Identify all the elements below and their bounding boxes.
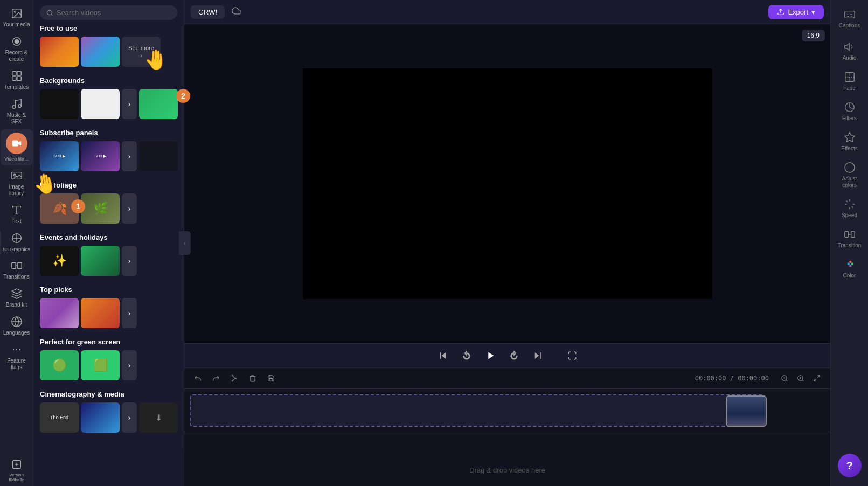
sidebar-item-your-media[interactable]: Your media [1,4,33,31]
backgrounds-arrow[interactable]: › [122,89,137,119]
events-arrow[interactable]: › [122,246,137,276]
svg-line-30 [814,379,816,381]
sidebar-label-languages: Languages [3,330,30,336]
cloud-save-btn[interactable] [229,3,244,20]
thumb-sub-3[interactable] [139,141,178,171]
sidebar-item-transitions[interactable]: Transitions [1,256,33,283]
sidebar-item-video-library[interactable]: Video libr... [1,129,33,165]
search-input[interactable] [57,9,171,17]
cut-btn[interactable] [227,371,241,385]
search-box[interactable] [40,5,177,20]
right-item-audio[interactable]: Audio [833,37,866,66]
thumb-cinema-2[interactable] [81,402,120,433]
svg-rect-10 [12,141,18,147]
thumb-free-2[interactable] [81,37,120,67]
right-label-effects: Effects [841,145,857,152]
green-screen-arrow[interactable]: › [122,350,137,380]
play-btn[interactable] [483,348,498,363]
delete-btn[interactable] [246,371,260,385]
sidebar-left: Your media Record & create Templates Mus… [0,0,33,486]
track-clip-main[interactable] [190,394,766,427]
thumb-sub-1[interactable]: SUB ▶ [40,141,79,171]
right-label-color: Color [843,273,856,279]
thumb-bg-2[interactable] [81,89,120,119]
sidebar-item-image-library[interactable]: Image library [1,166,33,200]
sidebar-item-feature-flags[interactable]: ⋯ Feature flags [1,341,33,374]
speed-icon [844,198,856,210]
thumb-free-1[interactable] [40,37,79,67]
thumb-bg-3[interactable] [139,89,178,119]
zoom-in-btn[interactable] [794,371,808,385]
sidebar-item-version[interactable]: Version f06ba3c [1,455,33,486]
skip-forward-btn[interactable] [530,348,545,363]
thumb-cinema-1[interactable]: The End [40,402,79,433]
sidebar-label-brand-kit: Brand kit [6,302,27,308]
captions-icon [844,9,856,20]
right-item-transition[interactable]: Transition [833,224,866,253]
thumb-event-1[interactable]: ✨ [40,246,79,276]
panel-collapse-btn[interactable]: ‹ [179,231,191,255]
section-title-top-picks: Top picks [40,286,177,294]
right-collapse-btn[interactable]: › [0,231,1,255]
skip-back-btn[interactable] [435,348,450,363]
skip-forward-icon [533,351,543,360]
section-title-subscribe-panels: Subscribe panels [40,129,177,137]
project-name-btn[interactable]: GRW! [191,5,225,19]
forward-5s-btn[interactable] [506,348,522,363]
redo-icon [212,374,220,382]
sidebar-item-text[interactable]: Text [1,201,33,228]
rewind-5s-btn[interactable]: 5 [459,348,474,363]
subscribe-arrow[interactable]: › [122,141,137,171]
sidebar-label-templates: Templates [4,84,29,91]
thumb-cinema-3[interactable]: ⬇ [139,402,178,433]
thumb-bg-1[interactable] [40,89,79,119]
svg-point-1 [14,11,16,12]
sidebar-label-transitions: Transitions [3,274,30,280]
thumb-picks-2[interactable] [81,298,120,328]
sidebar-item-templates[interactable]: Templates [1,67,33,94]
sidebar-label-your-media: Your media [3,22,30,28]
sidebar-item-music-sfx[interactable]: Music & SFX [1,95,33,128]
right-item-fade[interactable]: Fade [833,67,866,96]
undo-btn[interactable] [191,371,205,385]
sidebar-right: Captions Audio Fade Filters Effects [830,0,868,486]
sidebar-item-brand-kit[interactable]: Brand kit [1,284,33,311]
section-events-holidays: Events and holidays ✨ › [40,233,177,276]
zoom-out-btn[interactable] [777,371,791,385]
sidebar-label-version: Version f06ba3c [3,473,31,483]
fullscreen-btn[interactable] [565,348,580,363]
export-btn[interactable]: Export ▾ [768,5,824,19]
svg-point-39 [851,262,853,265]
fit-timeline-btn[interactable] [810,371,824,385]
svg-point-8 [12,106,15,109]
cinematography-arrow[interactable]: › [122,402,137,433]
top-picks-arrow[interactable]: › [122,298,137,328]
help-fab[interactable]: ? [838,454,862,477]
save-timeline-btn[interactable] [264,371,278,385]
see-more-btn[interactable]: See more › [122,37,161,67]
right-item-captions[interactable]: Captions [833,4,866,33]
sidebar-item-languages[interactable]: Languages [1,313,33,339]
thumb-green-1[interactable]: 🟢 [40,350,79,380]
svg-point-12 [13,174,16,176]
right-item-effects[interactable]: Effects [833,127,866,156]
right-label-fade: Fade [843,85,856,92]
video-panel-wrapper: Free to use See more › Backgrounds [33,0,184,486]
thumbnails-events: ✨ › [40,246,177,276]
languages-icon [11,316,23,328]
thumb-event-2[interactable] [81,246,120,276]
right-item-adjust-colors[interactable]: Adjust colors [833,157,866,193]
right-label-speed: Speed [842,212,857,219]
thumb-green-2[interactable]: 🟩 [81,350,120,380]
thumb-sub-2[interactable]: SUB ▶ [81,141,120,171]
sidebar-item-record-create[interactable]: Record & create [1,32,33,66]
sidebar-item-graphics[interactable]: 88 Graphics [1,229,33,255]
clip-thumbnail[interactable] [726,395,767,427]
right-item-filters[interactable]: Filters [833,97,866,126]
thumb-picks-1[interactable] [40,298,79,328]
right-item-speed[interactable]: Speed [833,194,866,223]
right-item-color[interactable]: Color [833,254,866,283]
redo-btn[interactable] [209,371,223,385]
thumb-foliage-2[interactable]: 🌿 [81,193,120,224]
foliage-arrow[interactable]: › [122,193,137,224]
